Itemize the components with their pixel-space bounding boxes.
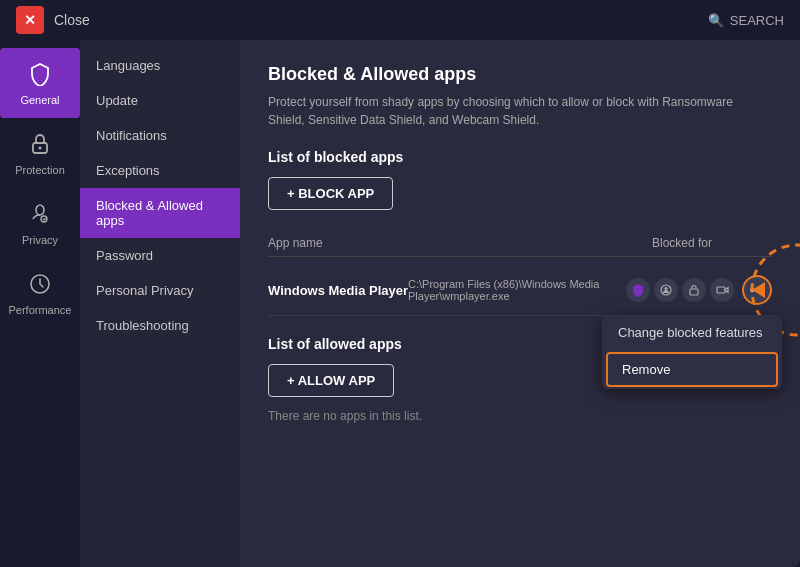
menu-sidebar: Languages Update Notifications Exception…: [80, 40, 240, 567]
performance-label: Performance: [9, 304, 72, 316]
svg-point-3: [41, 216, 47, 222]
content-area: Blocked & Allowed apps Protect yourself …: [240, 40, 800, 567]
privacy-icon: [26, 200, 54, 228]
icon-sidebar: General Protection: [0, 40, 80, 567]
search-area[interactable]: 🔍 SEARCH: [708, 13, 784, 28]
main-layout: General Protection: [0, 40, 800, 567]
more-actions-button[interactable]: •••: [742, 275, 772, 305]
window-title: Close: [54, 12, 90, 28]
ransomware-icon: [626, 278, 650, 302]
app-name-header: App name: [268, 236, 323, 250]
performance-icon: [26, 270, 54, 298]
sidebar-item-performance[interactable]: Performance: [0, 258, 80, 328]
allow-app-button[interactable]: + ALLOW APP: [268, 364, 394, 397]
menu-personal-privacy[interactable]: Personal Privacy: [80, 273, 240, 308]
protection-icon: [26, 130, 54, 158]
sidebar-item-privacy[interactable]: Privacy: [0, 188, 80, 258]
sensitive-data-icon: [654, 278, 678, 302]
svg-rect-8: [717, 287, 725, 293]
svg-point-6: [665, 287, 668, 290]
change-blocked-features-item[interactable]: Change blocked features: [602, 315, 782, 350]
svg-point-1: [39, 147, 42, 150]
app-name: Windows Media Player: [268, 283, 408, 298]
menu-notifications[interactable]: Notifications: [80, 118, 240, 153]
menu-exceptions[interactable]: Exceptions: [80, 153, 240, 188]
ellipsis-icon: •••: [750, 282, 765, 298]
menu-languages[interactable]: Languages: [80, 48, 240, 83]
blocked-icons: [626, 278, 734, 302]
app-path: C:\Program Files (x86)\Windows Media Pla…: [408, 278, 626, 302]
data-protection-icon: [682, 278, 706, 302]
more-actions-container: ••• Change blocked features Remove: [742, 275, 772, 305]
sidebar-item-general[interactable]: General: [0, 48, 80, 118]
general-label: General: [20, 94, 59, 106]
blocked-section-title: List of blocked apps: [268, 149, 772, 165]
search-label: SEARCH: [730, 13, 784, 28]
svg-point-2: [36, 205, 44, 215]
page-description: Protect yourself from shady apps by choo…: [268, 93, 768, 129]
app-window: ✕ Close 🔍 SEARCH General: [0, 0, 800, 567]
empty-list-text: There are no apps in this list.: [268, 409, 772, 423]
remove-item[interactable]: Remove: [606, 352, 778, 387]
table-header: App name Blocked for: [268, 230, 772, 257]
table-row: Windows Media Player C:\Program Files (x…: [268, 265, 772, 316]
general-icon: [26, 60, 54, 88]
svg-rect-7: [690, 289, 698, 295]
protection-label: Protection: [15, 164, 65, 176]
dropdown-menu: Change blocked features Remove: [602, 315, 782, 389]
close-button[interactable]: ✕: [16, 6, 44, 34]
menu-update[interactable]: Update: [80, 83, 240, 118]
webcam-icon: [710, 278, 734, 302]
block-app-button[interactable]: + BLOCK APP: [268, 177, 393, 210]
sidebar-item-protection[interactable]: Protection: [0, 118, 80, 188]
search-icon: 🔍: [708, 13, 724, 28]
privacy-label: Privacy: [22, 234, 58, 246]
menu-blocked-allowed[interactable]: Blocked & Allowed apps: [80, 188, 240, 238]
menu-troubleshooting[interactable]: Troubleshooting: [80, 308, 240, 343]
title-bar: ✕ Close 🔍 SEARCH: [0, 0, 800, 40]
title-bar-left: ✕ Close: [16, 6, 90, 34]
blocked-for-header: Blocked for: [652, 236, 712, 250]
page-title: Blocked & Allowed apps: [268, 64, 772, 85]
menu-password[interactable]: Password: [80, 238, 240, 273]
